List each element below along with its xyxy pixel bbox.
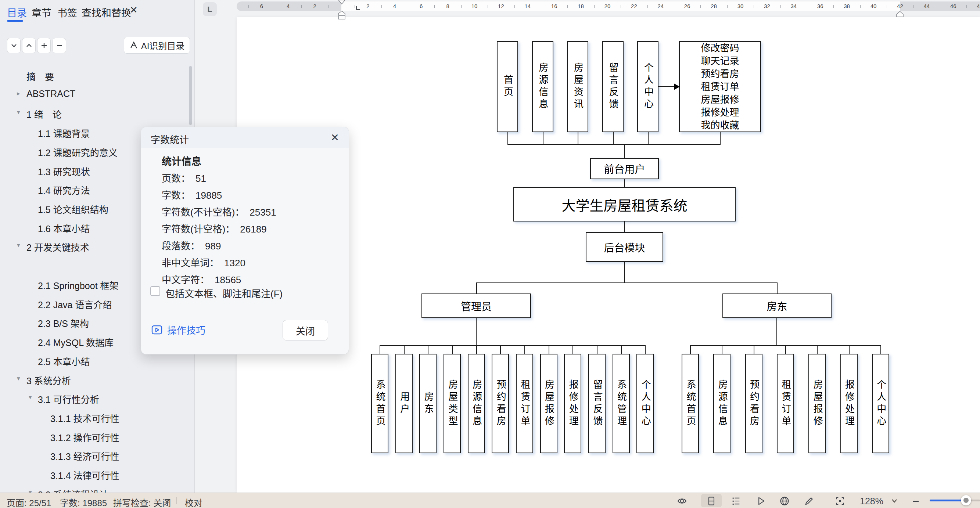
toc-item-label: 1.1 课题背景 [38, 126, 90, 140]
tab-stop-selector-icon[interactable]: L [203, 2, 217, 16]
connector-line [549, 345, 549, 354]
triangle-down-icon[interactable]: ▾ [29, 394, 32, 401]
toc-item-label: 2.2 Java 语言介绍 [38, 297, 112, 311]
connector-line [817, 345, 818, 354]
include-textbox-checkbox[interactable] [150, 286, 160, 296]
first-line-indent-marker[interactable] [338, 0, 346, 5]
toc-item-label: 3 系统分析 [27, 373, 71, 387]
tips-link-label: 操作技巧 [167, 323, 205, 337]
connector-line [849, 345, 850, 354]
ruler-number: 6 [260, 3, 263, 9]
zoom-slider-thumb[interactable] [961, 495, 971, 505]
web-layout-icon[interactable] [780, 496, 790, 506]
separator [825, 497, 825, 504]
chevron-down-icon[interactable] [164, 498, 171, 504]
connector-line [380, 345, 380, 354]
ruler-tick [434, 5, 435, 8]
ruler-tick [567, 5, 568, 8]
ai-recognize-toc-button[interactable]: AI识别目录 [124, 37, 190, 54]
connector-line [777, 283, 778, 294]
connector-line [508, 144, 721, 145]
statistics-section-title: 统计信息 [162, 154, 201, 168]
stat-row: 字数：19885 [162, 188, 222, 201]
toc-item[interactable]: 3.1.3 经济可行性 [0, 449, 195, 459]
page-view-icon[interactable] [706, 496, 716, 506]
toc-item-label: 1.5 论文组织结构 [38, 202, 108, 216]
toc-item-label: 3.1 可行性分析 [38, 392, 99, 405]
toc-item[interactable]: 2.5 本章小结 [0, 354, 195, 364]
ruler-tick [620, 5, 621, 8]
edit-pen-icon[interactable] [804, 496, 814, 506]
sidebar-tab-1[interactable]: 目录 [7, 5, 27, 19]
sidebar-tab-4[interactable]: 查找和替换 [81, 5, 131, 19]
ruler-number: 30 [738, 3, 744, 9]
front-module-box: 个人中心 [637, 41, 659, 132]
operation-tips-link[interactable]: 操作技巧 [151, 323, 205, 337]
toc-item-label: 3.1.2 操作可行性 [50, 430, 119, 444]
triangle-down-icon[interactable]: ▾ [17, 375, 20, 383]
ruler-tick [514, 5, 515, 8]
triangle-right-icon[interactable]: ▸ [17, 90, 20, 97]
expand-all-button[interactable] [37, 38, 51, 53]
zoom-out-icon[interactable] [911, 497, 920, 506]
toc-item[interactable]: 3.1.2 操作可行性 [0, 430, 195, 440]
right-indent-marker[interactable] [896, 11, 904, 17]
ruler-number: 10 [471, 3, 478, 9]
feature-line: 聊天记录 [701, 55, 739, 68]
toc-item[interactable]: ▸ABSTRACT [0, 89, 195, 98]
toc-item-label: 3.1.1 技术可行性 [50, 411, 119, 425]
chevron-down-icon[interactable] [891, 498, 898, 504]
sidebar-tab-3[interactable]: 书签 [57, 5, 77, 19]
proofread-button[interactable]: 校对 [185, 496, 202, 508]
collapse-heading-button[interactable] [22, 38, 36, 53]
toc-item[interactable]: 3.1.1 技术可行性 [0, 411, 195, 421]
ruler-number: 32 [764, 3, 770, 9]
sidebar-tab-2[interactable]: 章节 [32, 5, 51, 19]
ruler-number: 14 [524, 3, 531, 9]
ruler-number: 40 [870, 3, 877, 9]
fit-screen-icon[interactable] [835, 496, 845, 506]
spellcheck-toggle[interactable]: 拼写检查: 关闭 [113, 496, 171, 508]
connector-line [722, 345, 722, 354]
close-button[interactable]: 关闭 [283, 320, 328, 340]
eye-protect-icon[interactable] [677, 496, 687, 506]
zoom-slider[interactable] [930, 500, 980, 502]
triangle-down-icon[interactable]: ▾ [17, 108, 20, 116]
toc-item[interactable]: 3.1.4 法律可行性 [0, 468, 195, 478]
feature-line: 我的收藏 [701, 119, 739, 132]
expand-heading-button[interactable] [7, 38, 21, 53]
connector-line [624, 262, 625, 283]
dialog-close-icon[interactable]: ✕ [331, 132, 339, 144]
toc-item[interactable]: ▾3.2 系统流程设计 [0, 487, 195, 492]
page-indicator[interactable]: 页面: 25/51 [6, 496, 51, 508]
ruler-tick [275, 5, 275, 8]
ruler-tick [301, 5, 302, 8]
triangle-down-icon[interactable]: ▾ [17, 241, 20, 249]
ruler-number: 2 [313, 3, 316, 9]
landlord-box: 房东 [722, 294, 832, 318]
triangle-down-icon[interactable]: ▾ [29, 489, 32, 492]
sidebar-close-icon[interactable]: ✕ [130, 5, 138, 16]
admin-module-box: 房源信息 [468, 354, 485, 453]
toc-item[interactable]: 摘 要 [0, 70, 195, 79]
word-count-indicator[interactable]: 字数: 19885 [60, 496, 107, 508]
left-indent-marker[interactable] [338, 11, 346, 20]
play-presentation-icon[interactable] [756, 496, 766, 506]
toc-item[interactable]: ▾3 系统分析 [0, 373, 195, 384]
connector-line [624, 222, 625, 232]
connector-line [508, 132, 508, 144]
ruler-tab-stop-icon [356, 6, 360, 10]
toc-item[interactable]: ▾3.1 可行性分析 [0, 392, 195, 402]
outline-view-icon[interactable] [731, 496, 741, 506]
sidebar-scrollbar-thumb[interactable] [189, 66, 192, 125]
separator [106, 497, 106, 504]
zoom-level[interactable]: 128% [860, 496, 883, 506]
toc-item-label: 2.1 Springboot 框架 [38, 278, 119, 292]
ruler-tick [488, 5, 488, 8]
word-count-dialog: 字数统计 ✕ 统计信息 页数：51字数：19885字符数(不计空格)：25351… [141, 127, 349, 354]
collapse-all-button[interactable] [52, 38, 66, 53]
toc-item[interactable]: ▾1 绪 论 [0, 107, 195, 117]
horizontal-ruler[interactable]: 6422468101214161820222426283032343638404… [237, 2, 980, 11]
ruler-tick [594, 5, 595, 8]
front-module-box: 留言反馈 [602, 41, 624, 132]
